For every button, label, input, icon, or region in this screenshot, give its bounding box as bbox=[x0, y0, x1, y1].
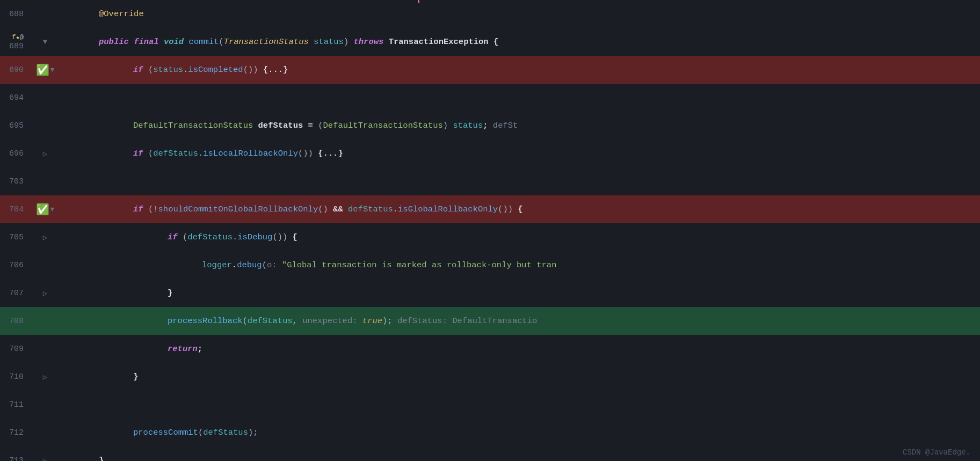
line-number: 713 bbox=[0, 456, 32, 462]
line-number: 703 bbox=[0, 177, 32, 186]
code-line: 696▷if (defStatus.isLocalRollbackOnly())… bbox=[0, 140, 980, 167]
code-text: @Override bbox=[58, 0, 980, 28]
breakpoint-icon[interactable]: ✅ bbox=[36, 203, 49, 216]
code-text: if (defStatus.isDebug()) { bbox=[58, 223, 980, 251]
gutter: ▼ bbox=[32, 38, 58, 46]
code-text: } bbox=[58, 279, 980, 307]
gutter: ▷ bbox=[32, 233, 58, 242]
line-number: 709 bbox=[0, 345, 32, 354]
code-text: processRollback(defStatus, unexpected: t… bbox=[58, 307, 980, 335]
line-number: 696 bbox=[0, 149, 32, 158]
code-text: if (defStatus.isLocalRollbackOnly()) {..… bbox=[58, 140, 980, 167]
gutter bbox=[32, 400, 58, 409]
fold-icon[interactable]: ▼ bbox=[43, 38, 47, 46]
code-line: 695 DefaultTransactionStatus defStatus =… bbox=[0, 112, 980, 140]
code-text: } bbox=[58, 363, 980, 391]
top-indicator bbox=[418, 0, 419, 3]
code-text: return; bbox=[58, 335, 980, 363]
gutter bbox=[32, 10, 58, 19]
gutter bbox=[32, 177, 58, 186]
line-number: 695 bbox=[0, 121, 32, 130]
code-editor: 688 @Overridef★@ 689▼public final void c… bbox=[0, 0, 980, 461]
code-text: if (!shouldCommitOnGlobalRollbackOnly() … bbox=[58, 195, 980, 223]
code-text: if (status.isCompleted()) {...} bbox=[58, 56, 980, 84]
fold-icon[interactable]: ▷ bbox=[43, 289, 47, 298]
code-line: 709 return; bbox=[0, 335, 980, 363]
gutter: ▷ bbox=[32, 149, 58, 158]
fold-icon[interactable]: ▷ bbox=[43, 149, 47, 158]
gutter bbox=[32, 317, 58, 326]
fold-icon[interactable]: ▷ bbox=[43, 456, 47, 462]
code-text: public final void commit(TransactionStat… bbox=[58, 28, 980, 56]
gutter: ✅▼ bbox=[32, 63, 58, 77]
line-number: 711 bbox=[0, 400, 32, 409]
code-line: 688 @Override bbox=[0, 0, 980, 28]
gutter: ▷ bbox=[32, 456, 58, 462]
code-line: 712 processCommit(defStatus); bbox=[0, 419, 980, 447]
line-number: 705 bbox=[0, 233, 32, 242]
line-number: 706 bbox=[0, 261, 32, 270]
gutter bbox=[32, 121, 58, 130]
code-line: 708 processRollback(defStatus, unexpecte… bbox=[0, 307, 980, 335]
breakpoint-icon[interactable]: ✅ bbox=[36, 63, 49, 77]
line-number: 710 bbox=[0, 372, 32, 382]
code-line: 694 bbox=[0, 84, 980, 112]
code-line: 706 logger.debug(o: "Global transaction … bbox=[0, 251, 980, 279]
watermark: CSDN @JavaEdge. bbox=[903, 448, 970, 457]
code-area: 688 @Overridef★@ 689▼public final void c… bbox=[0, 0, 980, 461]
gutter: ✅▼ bbox=[32, 203, 58, 216]
code-line: 713▷} bbox=[0, 447, 980, 461]
code-text: processCommit(defStatus); bbox=[58, 419, 980, 447]
line-number: 694 bbox=[0, 93, 32, 103]
line-number: 712 bbox=[0, 428, 32, 437]
line-number: 690 bbox=[0, 65, 32, 75]
fold-icon[interactable]: ▷ bbox=[43, 372, 47, 382]
gutter: ▷ bbox=[32, 372, 58, 382]
fold-icon[interactable]: ▼ bbox=[50, 66, 55, 74]
gutter bbox=[32, 261, 58, 270]
gutter: ▷ bbox=[32, 289, 58, 298]
line-number: 708 bbox=[0, 317, 32, 326]
code-line: 705▷if (defStatus.isDebug()) { bbox=[0, 223, 980, 251]
code-line: 703 bbox=[0, 167, 980, 195]
gutter bbox=[32, 345, 58, 354]
code-text: DefaultTransactionStatus defStatus = (De… bbox=[58, 112, 980, 140]
fold-icon[interactable]: ▼ bbox=[50, 206, 55, 214]
code-line: f★@ 689▼public final void commit(Transac… bbox=[0, 28, 980, 56]
code-line: 710▷} bbox=[0, 363, 980, 391]
code-line: 707▷} bbox=[0, 279, 980, 307]
line-number: 688 bbox=[0, 10, 32, 19]
code-line: 704✅▼if (!shouldCommitOnGlobalRollbackOn… bbox=[0, 195, 980, 223]
gutter bbox=[32, 428, 58, 437]
line-number: 704 bbox=[0, 205, 32, 214]
code-text: } bbox=[58, 447, 980, 461]
code-line: 690✅▼if (status.isCompleted()) {...} bbox=[0, 56, 980, 84]
gutter bbox=[32, 93, 58, 103]
code-text: logger.debug(o: "Global transaction is m… bbox=[58, 251, 980, 279]
fold-icon[interactable]: ▷ bbox=[43, 233, 47, 242]
line-number: 707 bbox=[0, 289, 32, 298]
code-line: 711 bbox=[0, 391, 980, 419]
line-number: f★@ 689 bbox=[0, 33, 32, 51]
